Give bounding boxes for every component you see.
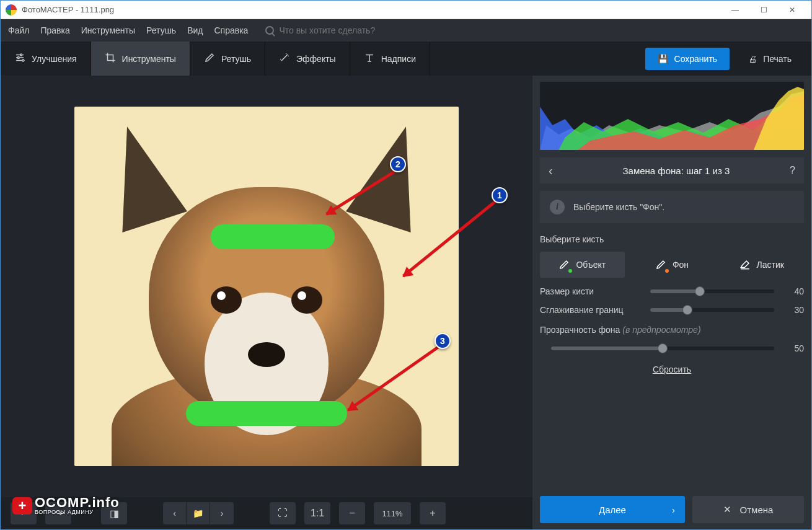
slider-feather-label: Сглаживание границ xyxy=(540,305,639,315)
annotation-marker-3: 3 xyxy=(435,333,451,349)
svg-point-1 xyxy=(17,57,19,59)
menu-help[interactable]: Справка xyxy=(214,25,248,35)
cancel-button-label: Отмена xyxy=(740,505,774,515)
step-header: ‹ Замена фона: шаг 1 из 3 ? xyxy=(540,157,804,183)
close-icon: ✕ xyxy=(723,504,731,515)
object-brush-stroke xyxy=(186,401,347,426)
menu-view[interactable]: Вид xyxy=(187,25,203,35)
tab-tools[interactable]: Инструменты xyxy=(91,42,190,76)
tab-enhance-label: Улучшения xyxy=(32,54,77,64)
zoom-out-button[interactable]: − xyxy=(339,502,365,524)
menubar: Файл Правка Инструменты Ретушь Вид Справ… xyxy=(1,19,811,42)
brush-object-button[interactable]: Объект xyxy=(540,252,625,278)
slider-opacity-value: 50 xyxy=(785,343,804,353)
search-placeholder: Что вы хотите сделать? xyxy=(279,25,375,35)
crop-icon xyxy=(105,52,116,65)
hint-box: i Выберите кисть "Фон". xyxy=(540,191,804,223)
step-back-button[interactable]: ‹ xyxy=(549,164,553,178)
brush-object-icon xyxy=(558,259,570,270)
reset-link[interactable]: Сбросить xyxy=(540,364,804,374)
info-icon: i xyxy=(550,200,565,214)
watermark-subtitle: ВОПРОСЫ АДМИНУ xyxy=(35,510,120,515)
annotation-marker-2: 2 xyxy=(390,156,406,172)
next-button[interactable]: Далее › xyxy=(540,496,685,523)
tab-effects[interactable]: Эффекты xyxy=(265,42,350,76)
window-minimize-button[interactable]: — xyxy=(721,1,749,19)
tab-retouch[interactable]: Ретушь xyxy=(190,42,265,76)
menu-edit[interactable]: Правка xyxy=(40,25,69,35)
brush-icon xyxy=(204,52,215,65)
annotation-marker-1: 1 xyxy=(492,187,508,203)
right-panel: ‹ Замена фона: шаг 1 из 3 ? i Выберите к… xyxy=(532,76,811,529)
select-brush-label: Выберите кисть xyxy=(540,234,804,244)
slider-feather[interactable]: Сглаживание границ 30 xyxy=(540,305,804,315)
file-nav-group: ‹ 📁 › xyxy=(163,502,234,524)
tab-effects-label: Эффекты xyxy=(296,54,336,64)
tool-tabs: Улучшения Инструменты Ретушь Эффекты Над… xyxy=(1,42,811,76)
tab-retouch-label: Ретушь xyxy=(221,54,251,64)
text-icon xyxy=(364,52,375,65)
hint-text: Выберите кисть "Фон". xyxy=(573,202,664,212)
slider-opacity-label: Прозрачность фона xyxy=(540,325,620,335)
next-button-label: Далее xyxy=(599,505,626,515)
window-maximize-button[interactable]: ☐ xyxy=(749,1,778,19)
menu-file[interactable]: Файл xyxy=(8,25,29,35)
brush-background-button[interactable]: Фон xyxy=(630,252,715,278)
prev-file-button[interactable]: ‹ xyxy=(163,502,187,524)
zoom-level[interactable]: 111% xyxy=(374,502,411,524)
search-icon xyxy=(265,26,274,35)
watermark: + OCOMP.info ВОПРОСЫ АДМИНУ xyxy=(12,496,120,515)
zoom-actual-button[interactable]: 1:1 xyxy=(304,502,330,524)
cancel-button[interactable]: ✕ Отмена xyxy=(692,496,804,523)
app-logo-icon xyxy=(6,4,17,15)
print-icon: 🖨 xyxy=(748,54,757,64)
brush-eraser-button[interactable]: Ластик xyxy=(719,252,804,278)
slider-opacity-label-row: Прозрачность фона (в предпросмотре) xyxy=(540,325,804,335)
brush-eraser-label: Ластик xyxy=(757,260,784,270)
zoom-in-button[interactable]: + xyxy=(420,502,446,524)
window-title: ФотоМАСТЕР - 1111.png xyxy=(22,5,114,14)
object-brush-stroke xyxy=(211,224,335,249)
watermark-title: OCOMP.info xyxy=(35,496,120,510)
step-title: Замена фона: шаг 1 из 3 xyxy=(563,166,790,176)
slider-size-label: Размер кисти xyxy=(540,286,639,296)
tab-captions-label: Надписи xyxy=(381,54,416,64)
wand-icon xyxy=(279,52,290,65)
sliders-icon xyxy=(14,52,25,65)
search-box[interactable]: Что вы хотите сделать? xyxy=(265,25,375,35)
menu-retouch[interactable]: Ретушь xyxy=(146,25,176,35)
eraser-icon xyxy=(739,259,751,270)
svg-point-2 xyxy=(22,60,24,61)
brush-background-label: Фон xyxy=(673,260,689,270)
brush-background-icon xyxy=(655,259,666,270)
next-file-button[interactable]: › xyxy=(210,502,234,524)
chevron-right-icon: › xyxy=(672,505,675,515)
slider-brush-size[interactable]: Размер кисти 40 xyxy=(540,286,804,296)
slider-opacity-hint: (в предпросмотре) xyxy=(622,325,700,335)
slider-size-value: 40 xyxy=(785,286,804,296)
slider-feather-value: 30 xyxy=(785,305,804,315)
help-button[interactable]: ? xyxy=(790,165,795,176)
save-icon: 💾 xyxy=(658,54,668,64)
save-button-label: Сохранить xyxy=(674,54,718,64)
fit-screen-button[interactable]: ⛶ xyxy=(270,502,296,524)
save-button[interactable]: 💾 Сохранить xyxy=(645,48,730,70)
open-folder-button[interactable]: 📁 xyxy=(187,502,210,524)
svg-point-0 xyxy=(20,54,22,56)
canvas-viewport[interactable] xyxy=(1,76,532,497)
tab-captions[interactable]: Надписи xyxy=(350,42,430,76)
titlebar: ФотоМАСТЕР - 1111.png — ☐ ✕ xyxy=(1,1,811,19)
menu-tools[interactable]: Инструменты xyxy=(81,25,135,35)
print-button-label: Печать xyxy=(763,54,792,64)
watermark-plus-icon: + xyxy=(12,497,32,515)
print-button[interactable]: 🖨 Печать xyxy=(737,48,803,70)
histogram xyxy=(540,82,804,150)
slider-opacity[interactable]: 50 xyxy=(540,343,804,353)
brush-object-label: Объект xyxy=(576,260,606,270)
window-close-button[interactable]: ✕ xyxy=(778,1,806,19)
tab-enhance[interactable]: Улучшения xyxy=(1,42,91,76)
tab-tools-label: Инструменты xyxy=(122,54,176,64)
